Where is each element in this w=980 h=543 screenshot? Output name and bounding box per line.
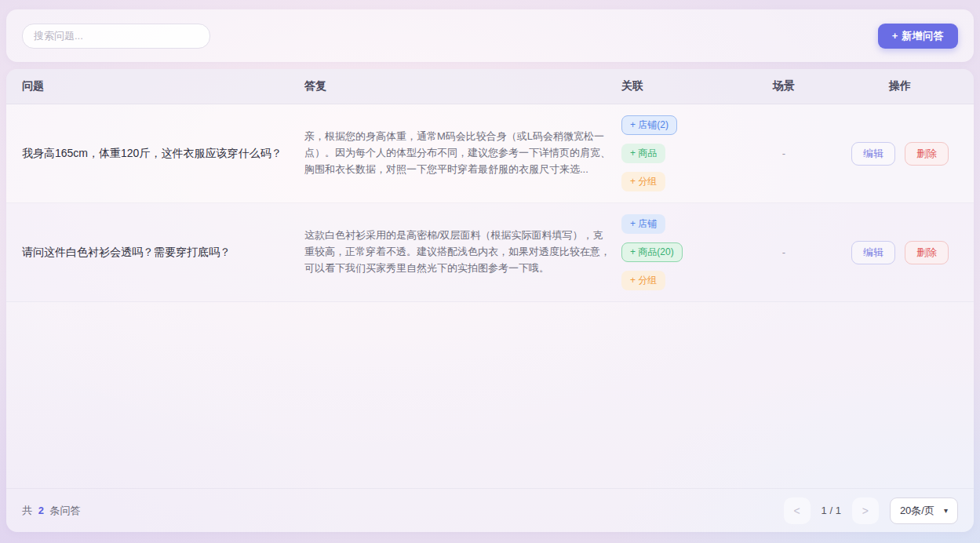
header-question: 问题 xyxy=(22,79,304,93)
delete-button[interactable]: 删除 xyxy=(905,142,949,166)
row-actions: 编辑 删除 xyxy=(842,142,958,166)
table-footer: 共 2 条问答 < 1 / 1 > 20条/页 ▾ xyxy=(6,488,974,532)
next-page-button[interactable]: > xyxy=(852,497,879,524)
header-operation: 操作 xyxy=(842,79,958,93)
table-header-row: 问题 答复 关联 场景 操作 xyxy=(6,69,974,104)
shop-tag[interactable]: + 店铺(2) xyxy=(621,115,677,135)
toolbar: + 新增问答 xyxy=(6,9,974,62)
prev-page-button[interactable]: < xyxy=(784,497,811,524)
page-size-label: 20条/页 xyxy=(900,504,934,518)
table-row: 我身高165cm，体重120斤，这件衣服应该穿什么码？ 亲，根据您的身高体重，通… xyxy=(6,104,974,203)
row-actions: 编辑 删除 xyxy=(842,241,958,264)
delete-button[interactable]: 删除 xyxy=(905,241,949,264)
qa-table: 问题 答复 关联 场景 操作 我身高165cm，体重120斤，这件衣服应该穿什么… xyxy=(6,69,974,532)
question-text: 请问这件白色衬衫会透吗？需要穿打底吗？ xyxy=(22,244,304,261)
search-input[interactable] xyxy=(22,24,210,49)
chevron-down-icon: ▾ xyxy=(944,506,948,515)
page-size-select[interactable]: 20条/页 ▾ xyxy=(890,497,958,524)
total-suffix: 条问答 xyxy=(49,505,80,516)
header-relation: 关联 xyxy=(621,79,726,93)
group-tag[interactable]: + 分组 xyxy=(621,172,665,191)
total-prefix: 共 xyxy=(22,505,32,516)
relation-tags: + 店铺(2) + 商品 + 分组 xyxy=(621,115,726,191)
question-text: 我身高165cm，体重120斤，这件衣服应该穿什么码？ xyxy=(22,145,304,162)
scene-value: - xyxy=(726,148,842,159)
product-tag[interactable]: + 商品(20) xyxy=(621,242,683,262)
scene-value: - xyxy=(726,246,842,258)
page-indicator: 1 / 1 xyxy=(822,505,841,516)
empty-area xyxy=(6,302,974,488)
answer-text: 这款白色衬衫采用的是高密棉/双层面料（根据实际面料填写），克重较高，正常穿着不透… xyxy=(304,228,621,276)
edit-button[interactable]: 编辑 xyxy=(851,142,895,166)
pagination: < 1 / 1 > 20条/页 ▾ xyxy=(784,497,958,524)
table-row: 请问这件白色衬衫会透吗？需要穿打底吗？ 这款白色衬衫采用的是高密棉/双层面料（根… xyxy=(6,203,974,302)
total-count: 2 xyxy=(38,505,44,516)
group-tag[interactable]: + 分组 xyxy=(621,271,665,290)
answer-text: 亲，根据您的身高体重，通常M码会比较合身（或L码会稍微宽松一点）。因为每个人的体… xyxy=(304,129,621,177)
total-summary: 共 2 条问答 xyxy=(22,504,80,518)
shop-tag[interactable]: + 店铺 xyxy=(621,214,665,234)
header-answer: 答复 xyxy=(304,79,621,93)
edit-button[interactable]: 编辑 xyxy=(851,241,895,264)
header-scene: 场景 xyxy=(726,79,842,93)
product-tag[interactable]: + 商品 xyxy=(621,144,665,163)
add-qa-button[interactable]: + 新增问答 xyxy=(878,24,958,49)
relation-tags: + 店铺 + 商品(20) + 分组 xyxy=(621,214,726,290)
